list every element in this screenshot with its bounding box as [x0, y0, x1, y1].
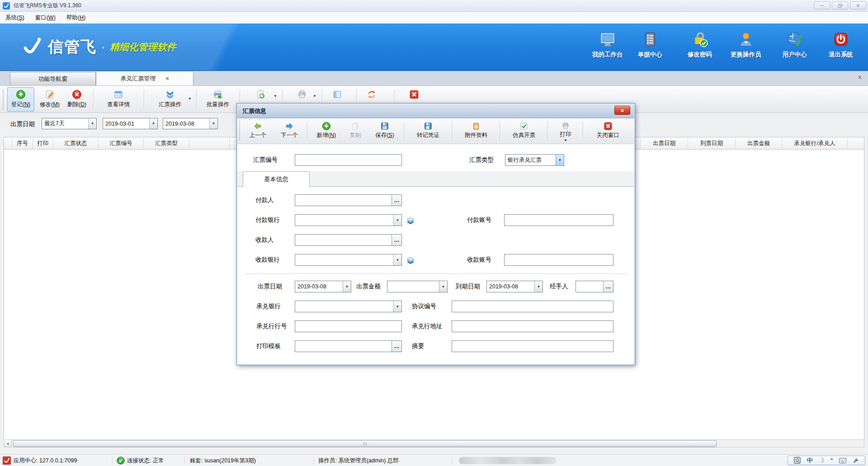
copy-button[interactable]: 复制 [344, 120, 367, 142]
tab-basic-info[interactable]: 基本信息 [243, 171, 310, 187]
register-button[interactable]: 登记(N) [7, 87, 34, 112]
browse-ellipsis-icon[interactable]: … [392, 341, 401, 352]
close-window-button[interactable]: 关闭窗口 [586, 120, 630, 142]
combo-arrow-icon[interactable]: ▼ [149, 118, 157, 129]
grid-header-print[interactable]: 打印 [33, 137, 53, 149]
combo-arrow-icon[interactable]: ▼ [556, 155, 564, 165]
browse-ellipsis-icon[interactable]: … [603, 281, 613, 292]
payee-account-input[interactable] [504, 254, 613, 266]
combo-arrow-icon[interactable]: ▼ [393, 301, 401, 312]
bill-type-combo[interactable]: 银行承兑汇票 ▼ [505, 154, 564, 166]
date-from-combo[interactable]: 2019-03-01 ▼ [103, 118, 158, 129]
print-button[interactable]: 打印 ▼ [551, 120, 580, 142]
restore-button[interactable] [832, 1, 848, 9]
delete-button[interactable]: 删除(D) [63, 87, 90, 112]
accepting-bank-address-input-field[interactable] [452, 321, 613, 332]
accepting-bank-address-input[interactable] [452, 320, 613, 332]
batch-operations-button[interactable]: 批量操作 [199, 87, 237, 112]
payee-input[interactable]: … [295, 234, 402, 246]
minimize-button[interactable]: — [814, 1, 830, 9]
agreement-no-input-field[interactable] [452, 301, 613, 312]
handler-input-field[interactable] [576, 281, 603, 292]
browse-ellipsis-icon[interactable]: … [392, 235, 401, 245]
tabstrip-close-icon[interactable]: × [858, 74, 862, 81]
payee-input-field[interactable] [295, 235, 392, 245]
combo-arrow-icon[interactable]: ▼ [439, 281, 447, 292]
summary-input[interactable] [452, 340, 613, 352]
banner-button-workbench[interactable]: 我的工作台 [588, 31, 627, 65]
combo-arrow-icon[interactable]: ▼ [393, 215, 401, 226]
scroll-left-arrow-icon[interactable]: ◄ [4, 440, 12, 447]
new-button[interactable]: 新增(N) [311, 120, 342, 142]
grid-header-amount[interactable]: 出票金额 [736, 137, 782, 149]
payee-account-input-field[interactable] [505, 254, 613, 265]
banner-button-exit-system[interactable]: 退出系统 [822, 31, 860, 65]
payer-account-input-field[interactable] [505, 215, 613, 226]
due-date-combo[interactable]: 2019-03-08 ▼ [486, 281, 543, 292]
agreement-no-input[interactable] [452, 301, 613, 312]
grid-header-bill-type[interactable]: 汇票类型 [144, 137, 189, 149]
save-button[interactable]: 保存(S) [368, 120, 401, 142]
tab-close-icon[interactable]: × [165, 75, 169, 82]
combo-arrow-icon[interactable]: ▼ [534, 281, 542, 292]
banner-button-document-center[interactable]: 单据中心 [632, 31, 668, 65]
combo-arrow-icon[interactable]: ▼ [393, 254, 401, 265]
ime-language-bar[interactable]: 中 ☽ ” [788, 456, 865, 465]
banner-button-change-password[interactable]: 修改密码 [681, 31, 719, 65]
ime-wrench-icon[interactable] [853, 457, 859, 464]
post-voucher-button[interactable]: 转记凭证 [407, 120, 449, 142]
summary-input-field[interactable] [452, 341, 613, 352]
amount-combo[interactable]: ▼ [387, 281, 448, 292]
combo-arrow-icon[interactable]: ▼ [343, 281, 351, 292]
grid-hscrollbar[interactable]: ◄ [4, 439, 864, 447]
previous-button[interactable]: 上一个 [243, 120, 273, 142]
tab-function-navigator[interactable]: 功能导航窗 [10, 72, 96, 85]
bank-book-icon[interactable] [406, 215, 415, 225]
menu-system[interactable]: 系统(S) [0, 12, 30, 24]
modify-button[interactable]: 修改(M) [36, 87, 63, 112]
accepting-bank-combo[interactable]: ▼ [295, 301, 402, 312]
ime-keyboard-icon[interactable] [839, 458, 846, 463]
date-preset-combo[interactable]: 最近7天 ▼ [42, 118, 97, 129]
browse-ellipsis-icon[interactable]: … [392, 195, 401, 206]
grid-header-seq[interactable]: 序号 [12, 137, 33, 149]
grid-header-accepting-bank[interactable]: 承兑银行/承兑人 [782, 137, 848, 149]
view-details-button[interactable]: 查看详情 [96, 87, 141, 112]
close-button[interactable]: × [850, 1, 866, 9]
banner-button-user-center[interactable]: 用户中心 [776, 31, 814, 65]
toolbar-grip[interactable] [3, 89, 5, 109]
dialog-close-button[interactable]: × [614, 106, 630, 115]
next-button[interactable]: 下一个 [274, 120, 304, 142]
simulate-invoice-button[interactable]: 仿真开票 [503, 120, 545, 142]
ime-punctuation-icon[interactable]: ” [830, 457, 833, 464]
banner-button-switch-operator[interactable]: 更换操作员 [724, 31, 768, 65]
print-template-input[interactable]: … [295, 340, 402, 352]
grid-header-arrive-date[interactable]: 到票日期 [688, 137, 736, 149]
combo-arrow-icon[interactable]: ▼ [88, 118, 96, 129]
combo-arrow-icon[interactable]: ▼ [209, 118, 217, 129]
hscrollbar-thumb[interactable] [13, 440, 717, 447]
grid-header-status[interactable]: 汇票状态 [53, 137, 99, 149]
bank-book-icon[interactable] [406, 255, 415, 265]
bill-operations-button[interactable]: 汇票操作 ▼ [146, 87, 193, 112]
print-template-input-field[interactable] [295, 341, 392, 352]
handler-input[interactable]: … [576, 281, 613, 292]
menu-help[interactable]: 帮助(H) [61, 12, 91, 24]
payer-input[interactable]: … [295, 194, 402, 206]
bill-no-input[interactable] [295, 154, 402, 166]
attachments-button[interactable]: 附件资料 [455, 120, 497, 142]
accepting-bank-no-input[interactable] [295, 320, 402, 332]
ime-mode-indicator[interactable]: 中 [807, 457, 813, 465]
payer-input-field[interactable] [295, 195, 392, 206]
grid-header-bill-no[interactable]: 汇票编号 [99, 137, 144, 149]
tab-acceptance-bill-management[interactable]: 承兑汇票管理 × [96, 71, 193, 85]
payer-bank-combo[interactable]: ▼ [295, 214, 402, 226]
menu-window[interactable]: 窗口(W) [30, 12, 61, 24]
payee-bank-combo[interactable]: ▼ [295, 254, 402, 266]
bill-no-input-field[interactable] [295, 155, 401, 165]
grid-header-issue-date[interactable]: 出票日期 [641, 137, 688, 149]
issue-date-combo[interactable]: 2019-03-08 ▼ [295, 281, 351, 292]
toolbar-grip[interactable] [239, 121, 241, 140]
date-to-combo[interactable]: 2019-03-08 ▼ [163, 118, 218, 129]
ime-halfwidth-moon-icon[interactable]: ☽ [819, 457, 824, 464]
